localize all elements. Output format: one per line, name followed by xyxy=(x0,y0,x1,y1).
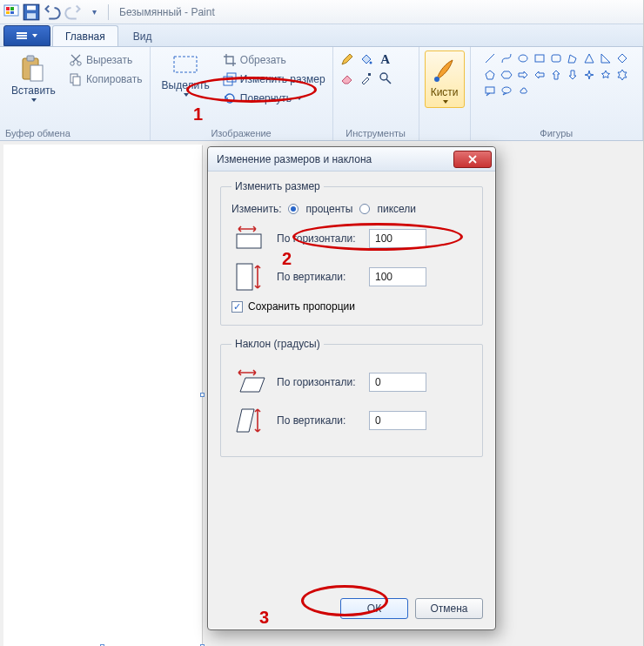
group-brushes: Кисти xyxy=(419,47,471,140)
titlebar: ▾ Безымянный - Paint xyxy=(0,0,643,24)
svg-rect-17 xyxy=(73,77,80,85)
copy-icon xyxy=(69,72,83,86)
shape-callout-rect[interactable] xyxy=(482,84,498,99)
shape-star6[interactable] xyxy=(614,67,630,83)
svg-rect-26 xyxy=(535,55,544,62)
app-icon xyxy=(3,4,19,20)
svg-point-25 xyxy=(519,55,527,62)
shape-line[interactable] xyxy=(482,50,498,66)
svg-point-24 xyxy=(434,77,439,82)
maintain-aspect-label: Сохранить пропорции xyxy=(248,300,355,313)
text-tool[interactable]: A xyxy=(377,50,394,68)
shape-oval[interactable] xyxy=(515,50,531,66)
radio-percent[interactable] xyxy=(288,204,299,214)
group-label: Фигуры xyxy=(540,126,573,138)
shape-pentagon[interactable] xyxy=(482,67,498,83)
cut-button[interactable]: Вырезать xyxy=(67,50,144,70)
resize-handle[interactable] xyxy=(200,393,205,397)
skew-vertical-label: По вертикали: xyxy=(277,414,360,427)
picker-tool[interactable] xyxy=(358,70,375,87)
cut-label: Вырезать xyxy=(86,54,132,66)
copy-label: Копировать xyxy=(86,73,143,85)
svg-rect-8 xyxy=(17,32,27,34)
rotate-icon xyxy=(223,91,237,105)
shape-arrow-right[interactable] xyxy=(515,67,531,83)
svg-rect-19 xyxy=(224,77,232,85)
svg-point-29 xyxy=(502,87,511,93)
shape-star5[interactable] xyxy=(598,67,614,83)
paste-button[interactable]: Вставить xyxy=(5,50,62,106)
radio-pixels[interactable] xyxy=(359,204,370,214)
eraser-tool[interactable] xyxy=(339,70,356,87)
shape-right-triangle[interactable] xyxy=(598,50,614,66)
close-button[interactable] xyxy=(453,151,492,168)
svg-rect-22 xyxy=(368,73,371,76)
svg-point-21 xyxy=(369,62,372,64)
pencil-tool[interactable] xyxy=(339,50,356,68)
redo-icon[interactable] xyxy=(64,3,82,21)
shape-arrow-up[interactable] xyxy=(548,67,564,83)
horizontal-skew-icon xyxy=(231,367,268,397)
cancel-button[interactable]: Отмена xyxy=(415,598,483,619)
shape-rect[interactable] xyxy=(532,50,547,66)
rotate-label: Повернуть xyxy=(240,92,292,104)
tab-home[interactable]: Главная xyxy=(52,25,118,46)
shape-triangle[interactable] xyxy=(581,50,597,66)
group-shapes: Фигуры xyxy=(471,47,643,140)
skew-vertical-input[interactable] xyxy=(369,411,426,430)
undo-icon[interactable] xyxy=(44,3,61,21)
fill-tool[interactable] xyxy=(358,50,375,68)
shape-polygon[interactable] xyxy=(565,50,580,66)
copy-button[interactable]: Копировать xyxy=(67,70,144,89)
canvas[interactable] xyxy=(3,145,202,646)
resize-vertical-input[interactable] xyxy=(369,267,426,286)
resize-horizontal-input[interactable] xyxy=(369,229,426,248)
shape-roundrect[interactable] xyxy=(548,50,564,66)
save-icon[interactable] xyxy=(23,3,40,21)
shape-arrow-down[interactable] xyxy=(565,67,580,83)
resize-icon xyxy=(223,72,237,86)
vertical-resize-icon xyxy=(231,262,268,292)
shape-diamond[interactable] xyxy=(614,50,630,66)
ok-button[interactable]: ОК xyxy=(340,598,408,619)
svg-point-14 xyxy=(70,62,74,65)
shape-curve[interactable] xyxy=(499,50,514,66)
svg-rect-18 xyxy=(174,57,197,72)
radio-pixels-label: пиксели xyxy=(377,203,416,215)
resize-button[interactable]: Изменить размер xyxy=(221,70,327,89)
skew-legend: Наклон (градусы) xyxy=(231,338,324,350)
shape-arrow-left[interactable] xyxy=(532,67,547,83)
svg-rect-31 xyxy=(237,264,252,290)
svg-rect-13 xyxy=(30,65,43,81)
maintain-aspect-checkbox[interactable]: ✓ xyxy=(231,301,243,313)
shape-callout-cloud[interactable] xyxy=(515,84,531,99)
shape-hexagon[interactable] xyxy=(499,67,514,83)
group-label: Инструменты xyxy=(345,126,406,138)
svg-rect-3 xyxy=(6,11,10,14)
cancel-label: Отмена xyxy=(430,602,467,615)
select-button[interactable]: Выделить xyxy=(156,50,216,108)
file-menu-button[interactable] xyxy=(3,25,50,46)
svg-rect-1 xyxy=(6,7,10,10)
dialog-titlebar[interactable]: Изменение размеров и наклона xyxy=(208,147,495,172)
qat-customize-icon[interactable]: ▾ xyxy=(85,3,103,21)
brushes-button[interactable]: Кисти xyxy=(425,50,465,108)
resize-legend: Изменить размер xyxy=(231,180,324,192)
crop-button[interactable]: Обрезать xyxy=(221,50,288,70)
dialog-title: Изменение размеров и наклона xyxy=(217,153,453,165)
tab-view[interactable]: Вид xyxy=(120,25,165,46)
rotate-button[interactable]: Повернуть xyxy=(221,89,304,108)
tools-grid: A xyxy=(339,50,413,87)
window-title: Безымянный - Paint xyxy=(119,6,215,18)
shapes-grid[interactable] xyxy=(482,50,630,99)
skew-horizontal-label: По горизонтали: xyxy=(277,376,360,388)
tab-label: Главная xyxy=(65,30,105,43)
group-clipboard: Вставить Вырезать Копировать Буфер xyxy=(0,47,151,140)
svg-rect-2 xyxy=(10,7,14,10)
shape-star4[interactable] xyxy=(581,67,597,83)
group-image: Выделить Обрезать Изменить размер xyxy=(151,47,333,140)
svg-rect-28 xyxy=(486,87,494,93)
magnifier-tool[interactable] xyxy=(377,70,394,87)
shape-callout-round[interactable] xyxy=(499,84,514,99)
skew-horizontal-input[interactable] xyxy=(369,373,426,392)
